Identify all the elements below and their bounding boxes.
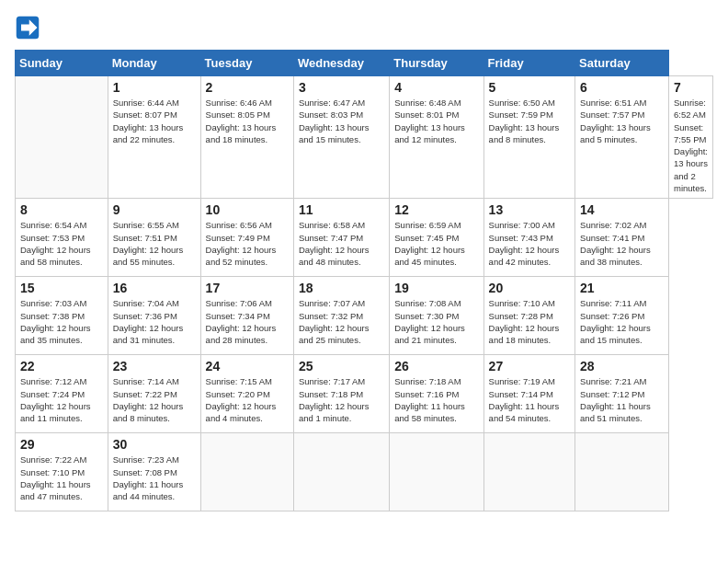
calendar-body: 1Sunrise: 6:44 AM Sunset: 8:07 PM Daylig…: [16, 76, 713, 511]
calendar-cell: 22Sunrise: 7:12 AM Sunset: 7:24 PM Dayli…: [16, 355, 108, 433]
calendar-week-5: 29Sunrise: 7:22 AM Sunset: 7:10 PM Dayli…: [16, 433, 713, 511]
day-detail: Sunrise: 7:08 AM Sunset: 7:30 PM Dayligh…: [394, 297, 478, 346]
day-number: 16: [113, 281, 196, 295]
weekday-header-saturday: Saturday: [575, 51, 669, 76]
day-detail: Sunrise: 7:12 AM Sunset: 7:24 PM Dayligh…: [20, 375, 103, 424]
calendar-cell: 5Sunrise: 6:50 AM Sunset: 7:59 PM Daylig…: [483, 76, 574, 199]
calendar-cell: [483, 433, 574, 511]
day-detail: Sunrise: 6:56 AM Sunset: 7:49 PM Dayligh…: [206, 219, 289, 268]
calendar-cell: 6Sunrise: 6:51 AM Sunset: 7:57 PM Daylig…: [575, 76, 669, 199]
calendar-cell: 17Sunrise: 7:06 AM Sunset: 7:34 PM Dayli…: [200, 277, 293, 355]
calendar-cell: 4Sunrise: 6:48 AM Sunset: 8:01 PM Daylig…: [390, 76, 483, 199]
calendar-cell: [200, 433, 293, 511]
day-number: 30: [113, 437, 196, 452]
weekday-header-thursday: Thursday: [390, 51, 483, 76]
calendar-table: SundayMondayTuesdayWednesdayThursdayFrid…: [15, 50, 713, 511]
day-number: 12: [394, 202, 478, 217]
day-number: 25: [299, 359, 384, 373]
calendar-cell: 8Sunrise: 6:54 AM Sunset: 7:53 PM Daylig…: [16, 199, 108, 277]
day-detail: Sunrise: 6:47 AM Sunset: 8:03 PM Dayligh…: [299, 97, 384, 145]
calendar-cell: 24Sunrise: 7:15 AM Sunset: 7:20 PM Dayli…: [200, 355, 293, 433]
weekday-header-friday: Friday: [483, 51, 574, 76]
logo: [15, 15, 44, 40]
day-detail: Sunrise: 7:10 AM Sunset: 7:28 PM Dayligh…: [489, 297, 570, 346]
day-number: 28: [580, 359, 664, 373]
calendar-week-2: 8Sunrise: 6:54 AM Sunset: 7:53 PM Daylig…: [16, 199, 713, 277]
weekday-header-monday: Monday: [108, 51, 200, 76]
day-detail: Sunrise: 7:07 AM Sunset: 7:32 PM Dayligh…: [299, 297, 384, 346]
day-number: 17: [206, 281, 289, 295]
day-number: 15: [20, 281, 103, 295]
calendar-cell: 18Sunrise: 7:07 AM Sunset: 7:32 PM Dayli…: [293, 277, 389, 355]
day-detail: Sunrise: 7:02 AM Sunset: 7:41 PM Dayligh…: [580, 219, 664, 268]
calendar-cell: 11Sunrise: 6:58 AM Sunset: 7:47 PM Dayli…: [293, 199, 389, 277]
day-detail: Sunrise: 6:46 AM Sunset: 8:05 PM Dayligh…: [206, 97, 289, 145]
logo-icon: [15, 15, 40, 40]
day-detail: Sunrise: 7:04 AM Sunset: 7:36 PM Dayligh…: [113, 297, 196, 346]
day-detail: Sunrise: 7:03 AM Sunset: 7:38 PM Dayligh…: [20, 297, 103, 346]
day-number: 18: [299, 281, 384, 295]
day-detail: Sunrise: 6:50 AM Sunset: 7:59 PM Dayligh…: [489, 97, 570, 145]
calendar-cell: 9Sunrise: 6:55 AM Sunset: 7:51 PM Daylig…: [108, 199, 200, 277]
calendar-cell: [390, 433, 483, 511]
day-detail: Sunrise: 7:17 AM Sunset: 7:18 PM Dayligh…: [299, 375, 384, 424]
calendar-cell: 21Sunrise: 7:11 AM Sunset: 7:26 PM Dayli…: [575, 277, 669, 355]
calendar-cell: 16Sunrise: 7:04 AM Sunset: 7:36 PM Dayli…: [108, 277, 200, 355]
day-detail: Sunrise: 7:21 AM Sunset: 7:12 PM Dayligh…: [580, 375, 664, 424]
day-detail: Sunrise: 6:44 AM Sunset: 8:07 PM Dayligh…: [113, 97, 196, 145]
day-number: 22: [20, 359, 103, 373]
calendar-week-4: 22Sunrise: 7:12 AM Sunset: 7:24 PM Dayli…: [16, 355, 713, 433]
day-number: 26: [394, 359, 478, 373]
calendar-week-3: 15Sunrise: 7:03 AM Sunset: 7:38 PM Dayli…: [16, 277, 713, 355]
day-detail: Sunrise: 7:11 AM Sunset: 7:26 PM Dayligh…: [580, 297, 664, 346]
day-detail: Sunrise: 7:15 AM Sunset: 7:20 PM Dayligh…: [206, 375, 289, 424]
day-number: 27: [489, 359, 570, 373]
calendar-cell: 3Sunrise: 6:47 AM Sunset: 8:03 PM Daylig…: [293, 76, 389, 199]
calendar-cell: [293, 433, 389, 511]
day-number: 13: [489, 202, 570, 217]
calendar-cell: 19Sunrise: 7:08 AM Sunset: 7:30 PM Dayli…: [390, 277, 483, 355]
day-detail: Sunrise: 7:18 AM Sunset: 7:16 PM Dayligh…: [394, 375, 478, 424]
day-number: 29: [20, 437, 103, 452]
day-number: 6: [580, 80, 664, 95]
day-detail: Sunrise: 6:58 AM Sunset: 7:47 PM Dayligh…: [299, 219, 384, 268]
day-number: 1: [113, 80, 196, 95]
day-number: 2: [206, 80, 289, 95]
day-detail: Sunrise: 6:59 AM Sunset: 7:45 PM Dayligh…: [394, 219, 478, 268]
calendar-cell: 20Sunrise: 7:10 AM Sunset: 7:28 PM Dayli…: [483, 277, 574, 355]
weekday-header-tuesday: Tuesday: [200, 51, 293, 76]
day-number: 14: [580, 202, 664, 217]
day-number: 9: [113, 202, 196, 217]
day-detail: Sunrise: 7:23 AM Sunset: 7:08 PM Dayligh…: [113, 454, 196, 502]
day-number: 4: [394, 80, 478, 95]
calendar-cell: 30Sunrise: 7:23 AM Sunset: 7:08 PM Dayli…: [108, 433, 200, 511]
calendar-cell: 25Sunrise: 7:17 AM Sunset: 7:18 PM Dayli…: [293, 355, 389, 433]
calendar-cell: 15Sunrise: 7:03 AM Sunset: 7:38 PM Dayli…: [16, 277, 108, 355]
day-detail: Sunrise: 6:54 AM Sunset: 7:53 PM Dayligh…: [20, 219, 103, 268]
calendar-cell: 27Sunrise: 7:19 AM Sunset: 7:14 PM Dayli…: [483, 355, 574, 433]
day-number: 3: [299, 80, 384, 95]
day-number: 21: [580, 281, 664, 295]
day-number: 8: [20, 202, 103, 217]
calendar-cell: 13Sunrise: 7:00 AM Sunset: 7:43 PM Dayli…: [483, 199, 574, 277]
calendar-cell: 14Sunrise: 7:02 AM Sunset: 7:41 PM Dayli…: [575, 199, 669, 277]
calendar-cell: [16, 76, 108, 199]
day-number: 24: [206, 359, 289, 373]
day-number: 11: [299, 202, 384, 217]
weekday-header-wednesday: Wednesday: [293, 51, 389, 76]
calendar-header-row: SundayMondayTuesdayWednesdayThursdayFrid…: [16, 51, 713, 76]
day-detail: Sunrise: 7:22 AM Sunset: 7:10 PM Dayligh…: [20, 454, 103, 502]
calendar-cell: 23Sunrise: 7:14 AM Sunset: 7:22 PM Dayli…: [108, 355, 200, 433]
weekday-header-sunday: Sunday: [16, 51, 108, 76]
day-number: 23: [113, 359, 196, 373]
day-detail: Sunrise: 6:51 AM Sunset: 7:57 PM Dayligh…: [580, 97, 664, 145]
calendar-cell: 12Sunrise: 6:59 AM Sunset: 7:45 PM Dayli…: [390, 199, 483, 277]
page-header: [15, 15, 713, 40]
day-detail: Sunrise: 7:19 AM Sunset: 7:14 PM Dayligh…: [489, 375, 570, 424]
calendar-cell: 1Sunrise: 6:44 AM Sunset: 8:07 PM Daylig…: [108, 76, 200, 199]
calendar-cell: 26Sunrise: 7:18 AM Sunset: 7:16 PM Dayli…: [390, 355, 483, 433]
calendar-cell: 7Sunrise: 6:52 AM Sunset: 7:55 PM Daylig…: [669, 76, 713, 199]
calendar-cell: 29Sunrise: 7:22 AM Sunset: 7:10 PM Dayli…: [16, 433, 108, 511]
calendar-cell: 28Sunrise: 7:21 AM Sunset: 7:12 PM Dayli…: [575, 355, 669, 433]
day-number: 5: [489, 80, 570, 95]
